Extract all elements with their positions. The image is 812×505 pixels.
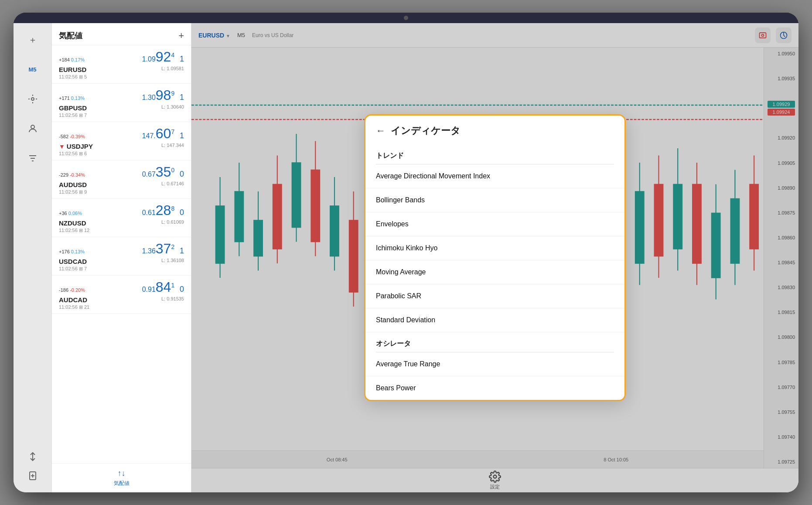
quote-time-aud: 11:02:56 ⊞ 9 <box>59 189 184 195</box>
quote-item-top-gbp: +171 0.13% 1.30989 1 <box>59 87 184 103</box>
sidebar-people-icon[interactable] <box>23 119 42 138</box>
quote-low-cad: L: 1.36108 <box>161 258 184 265</box>
quote-name: EURUSD <box>59 66 86 73</box>
quote-change-nzdusd: +36 0.06% <box>59 211 82 216</box>
indicator-envelopes[interactable]: Envelopes <box>365 212 624 236</box>
indicator-bears-power[interactable]: Bears Power <box>365 376 624 400</box>
quote-bottom-cad: USDCAD L: 1.36108 <box>59 258 184 265</box>
quote-price-audusd: 0.67350 0 <box>142 164 184 180</box>
quote-item-usdcad[interactable]: +176 0.13% 1.36372 1 USDCAD L: 1.36108 1… <box>52 237 191 276</box>
quote-bottom-gbp: GBPUSD L: 1.30640 <box>59 104 184 112</box>
quote-header: 気配値 + <box>52 23 191 45</box>
quote-pts: +184 <box>59 57 70 62</box>
svg-point-1 <box>31 125 34 129</box>
quote-time-jpy: 11:02:56 ⊞ 6 <box>59 151 184 157</box>
modal-header: ← インディケータ <box>365 116 624 144</box>
quote-price-audcad: 0.91841 0 <box>142 279 184 295</box>
quote-low-jpy: L: 147.344 <box>161 143 184 150</box>
quote-low: L: 1.09581 <box>161 66 184 73</box>
quote-bottom: EURUSD L: 1.09581 <box>59 66 184 73</box>
sidebar-m5-icon[interactable]: M5 <box>23 60 42 79</box>
camera-dot <box>404 16 408 20</box>
chart-area: EURUSD ▼ M5 Euro vs US Dollar <box>191 23 798 492</box>
indicator-atr[interactable]: Average True Range <box>365 352 624 376</box>
quote-price-gbpusd: 1.30989 1 <box>142 87 184 103</box>
quote-change-audusd: -229 -0.34% <box>59 172 85 177</box>
quote-time-audcad: 11:02:56 ⊞ 21 <box>59 304 184 310</box>
trend-section-label: トレンド <box>365 144 624 164</box>
quote-item-top-jpy: -582 -0.39% 147.607 1 <box>59 126 184 142</box>
sidebar-plus-icon[interactable]: ＋ <box>23 30 42 49</box>
quote-footer-label: 気配値 <box>114 480 130 487</box>
indicator-ichimoku[interactable]: Ichimoku Kinko Hyo <box>365 236 624 260</box>
indicator-admi[interactable]: Average Directional Movement Index <box>365 164 624 188</box>
quote-price-nzdusd: 0.61288 0 <box>142 202 184 218</box>
quote-name-audcad: AUDCAD <box>59 296 87 304</box>
quote-price-eurusd: 1.09924 1 <box>142 49 184 65</box>
quote-item-audcad[interactable]: -186 -0.20% 0.91841 0 AUDCAD L: 0.91535 … <box>52 276 191 314</box>
quote-time-nzd: 11:02:56 ⊞ 12 <box>59 228 184 233</box>
modal-body: トレンド Average Directional Movement Index … <box>365 144 624 400</box>
quote-bottom-jpy: ▼ USDJPY L: 147.344 <box>59 143 184 150</box>
sidebar-transfer-icon[interactable] <box>23 447 42 466</box>
indicator-ma[interactable]: Moving Average <box>365 260 624 284</box>
down-triangle-icon: ▼ <box>59 143 65 150</box>
quote-item-top-nzd: +36 0.06% 0.61288 0 <box>59 202 184 218</box>
sidebar: ＋ M5 <box>14 23 52 492</box>
quote-bottom-nzd: NZDUSD L: 0.61069 <box>59 219 184 227</box>
sidebar-file-icon[interactable] <box>23 466 42 485</box>
quote-low-audcad: L: 0.91535 <box>161 296 184 304</box>
quote-change-usdjpy: -582 -0.39% <box>59 134 85 139</box>
modal-title: インディケータ <box>391 124 461 137</box>
quote-footer[interactable]: ↑↓ 気配値 <box>52 463 191 492</box>
quote-time-cad: 11:02:56 ⊞ 7 <box>59 266 184 272</box>
device-frame: ＋ M5 <box>14 13 798 492</box>
quote-item-top: +184 0.17% 1.09924 1 <box>59 49 184 65</box>
quote-bottom-audcad: AUDCAD L: 0.91535 <box>59 296 184 304</box>
quote-change-gbpusd: +171 0.13% <box>59 96 85 101</box>
sidebar-bottom <box>23 447 42 485</box>
quote-change-audcad: -186 -0.20% <box>59 287 85 293</box>
modal-overlay: ← インディケータ トレンド Average Directional Movem… <box>191 23 798 492</box>
quote-change-eurusd: +184 0.17% <box>59 57 85 62</box>
quote-price-usdcad: 1.36372 1 <box>142 241 184 257</box>
quote-panel: 気配値 + +184 0.17% 1.09924 1 <box>52 23 191 492</box>
quote-item-top-cad: +176 0.13% 1.36372 1 <box>59 241 184 257</box>
quote-footer-arrow-icon: ↑↓ <box>118 469 126 478</box>
quote-name-aud: AUDUSD <box>59 181 87 188</box>
quote-low-aud: L: 0.67146 <box>161 181 184 188</box>
quote-change-usdcad: +176 0.13% <box>59 249 85 254</box>
quote-price-usdjpy: 147.607 1 <box>142 126 184 142</box>
top-bar <box>14 13 798 23</box>
indicator-stddev[interactable]: Standard Deviation <box>365 308 624 332</box>
quote-name-gbp: GBPUSD <box>59 104 87 112</box>
quote-item-eurusd[interactable]: +184 0.17% 1.09924 1 EURUSD L: 1.09581 <box>52 45 191 84</box>
quote-item-audusd[interactable]: -229 -0.34% 0.67350 0 AUDUSD L: 0.67146 … <box>52 160 191 199</box>
quote-name-jpy: USDJPY <box>67 143 93 150</box>
quote-item-nzdusd[interactable]: +36 0.06% 0.61288 0 NZDUSD L: 0.61069 11… <box>52 199 191 237</box>
quote-meta: EURUSD <box>59 66 86 73</box>
quote-low-nzd: L: 0.61069 <box>161 219 184 227</box>
oscillator-section-label: オシレータ <box>365 332 624 352</box>
quote-pct: 0.17% <box>71 57 85 62</box>
quote-item-gbpusd[interactable]: +171 0.13% 1.30989 1 GBPUSD L: 1.30640 1… <box>52 84 191 122</box>
sidebar-filter-icon[interactable] <box>23 149 42 168</box>
quote-time: 11:02:56 ⊞ 5 <box>59 74 184 80</box>
indicator-bb[interactable]: Bollinger Bands <box>365 188 624 212</box>
indicator-parabolic[interactable]: Parabolic SAR <box>365 284 624 308</box>
quote-time-gbp: 11:02:56 ⊞ 7 <box>59 113 184 118</box>
quote-low-gbp: L: 1.30640 <box>161 104 184 112</box>
quote-item-top-aud: -229 -0.34% 0.67350 0 <box>59 164 184 180</box>
quote-name-nzd: NZDUSD <box>59 219 86 227</box>
quote-bottom-aud: AUDUSD L: 0.67146 <box>59 181 184 188</box>
quote-item-usdjpy[interactable]: -582 -0.39% 147.607 1 ▼ USDJPY <box>52 122 191 160</box>
quote-add-button[interactable]: + <box>178 30 184 41</box>
quote-item-top-audcad: -186 -0.20% 0.91841 0 <box>59 279 184 295</box>
app-container: ＋ M5 <box>14 23 798 492</box>
modal-back-button[interactable]: ← <box>376 126 386 136</box>
sidebar-strategy-icon[interactable] <box>23 89 42 109</box>
quote-name-cad: USDCAD <box>59 258 87 265</box>
indicator-modal: ← インディケータ トレンド Average Directional Movem… <box>364 114 626 401</box>
svg-point-0 <box>31 98 34 100</box>
quote-panel-title: 気配値 <box>59 31 82 41</box>
